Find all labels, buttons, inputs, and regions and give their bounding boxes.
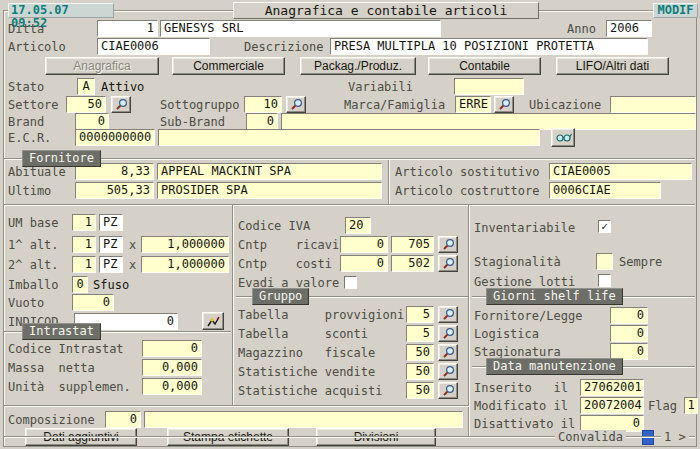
variabili-field[interactable] xyxy=(454,78,524,95)
tabella-sconti-lookup-button[interactable] xyxy=(438,325,458,342)
um-alt2-qty-field[interactable]: 1 xyxy=(72,256,96,273)
tab-packag-produz[interactable]: Packag./Produz. xyxy=(300,57,416,75)
inventariabile-checkbox[interactable]: ✓ xyxy=(598,220,611,233)
sottogruppo-label: Sottogruppo xyxy=(160,98,239,113)
stagionalita-field[interactable] xyxy=(596,253,613,270)
articolo-costruttore-field[interactable]: 0006CIAE xyxy=(549,182,661,199)
flag-label: Flag xyxy=(648,399,677,414)
sub-brand-desc-field[interactable] xyxy=(281,113,696,130)
evadi-a-valore-checkbox[interactable] xyxy=(344,276,357,289)
unita-supplem-field[interactable]: 0,000 xyxy=(142,378,202,395)
ultimo-name-field[interactable]: PROSIDER SPA xyxy=(157,182,382,199)
settore-field[interactable]: 50 xyxy=(66,96,106,113)
magnifier-icon xyxy=(115,98,128,111)
ubicazione-label: Ubicazione xyxy=(529,98,601,113)
sottogruppo-field[interactable]: 10 xyxy=(244,96,282,113)
cntp-costi-field-2[interactable]: 502 xyxy=(391,255,434,272)
massa-netta-field[interactable]: 0,000 xyxy=(142,359,202,376)
sub-brand-field[interactable]: 0 xyxy=(246,113,278,130)
codice-intrastat-field[interactable]: 0 xyxy=(142,340,202,357)
brand-label: Brand xyxy=(8,115,44,130)
composizione-code-field[interactable]: 0 xyxy=(105,411,141,428)
um-alt2-x-label: x xyxy=(129,258,136,273)
abituale-name-field[interactable]: APPEAL MACKINT SPA xyxy=(157,163,382,180)
cntp-ricavi-lookup-button[interactable] xyxy=(438,236,458,253)
flag-field[interactable]: 1 xyxy=(684,397,698,414)
variabili-label: Variabili xyxy=(348,80,413,95)
tab-lifo-altri-dati[interactable]: LIFO/Altri dati xyxy=(556,57,669,75)
articolo-sostitutivo-field[interactable]: CIAE0005 xyxy=(549,163,692,180)
statistiche-vendite-lookup-button[interactable] xyxy=(438,363,458,380)
tabella-provvigioni-field[interactable]: 5 xyxy=(406,306,434,323)
divisioni-button[interactable]: Divisioni xyxy=(316,428,436,446)
brand-field[interactable]: 0 xyxy=(75,113,109,130)
descrizione-label: Descrizione xyxy=(244,40,323,55)
articolo-code-field[interactable]: CIAE0006 xyxy=(97,38,210,55)
statistiche-acquisti-label: Statistiche acquisti xyxy=(238,384,383,399)
ultimo-code-field[interactable]: 505,33 xyxy=(75,182,154,199)
um-alt1-factor-field[interactable]: 1,000000 xyxy=(141,236,229,253)
ecr-code-field[interactable]: 0000000000 xyxy=(75,129,155,146)
logistica-label: Logistica xyxy=(474,327,539,342)
gestione-lotti-checkbox[interactable] xyxy=(598,274,611,287)
tab-anagrafica[interactable]: Anagrafica xyxy=(45,57,159,75)
cntp-costi-field-1[interactable]: 0 xyxy=(340,255,388,272)
um-alt2-factor-field[interactable]: 1,000000 xyxy=(141,256,229,273)
composizione-desc-field[interactable] xyxy=(144,411,463,428)
settore-lookup-button[interactable] xyxy=(111,96,131,113)
divider xyxy=(388,160,389,204)
glasses-icon xyxy=(555,132,572,143)
tabella-sconti-field[interactable]: 5 xyxy=(406,325,434,342)
inserito-il-field[interactable]: 27062001 xyxy=(580,379,644,396)
um-base-um-field[interactable]: PZ xyxy=(99,214,123,231)
cntp-ricavi-field-1[interactable]: 0 xyxy=(340,236,388,253)
stato-field[interactable]: A xyxy=(77,78,95,95)
ubicazione-field[interactable] xyxy=(610,96,696,113)
tabella-provvigioni-lookup-button[interactable] xyxy=(438,306,458,323)
magazzino-fiscale-lookup-button[interactable] xyxy=(438,344,458,361)
fornitore-legge-label: Fornitore/Legge xyxy=(474,309,582,324)
tab-commerciale[interactable]: Commerciale xyxy=(172,57,285,75)
ultimo-label: Ultimo xyxy=(8,184,51,199)
modificato-il-field[interactable]: 20072004 xyxy=(580,397,644,414)
cntp-ricavi-field-2[interactable]: 705 xyxy=(391,236,434,253)
marca-lookup-button[interactable] xyxy=(494,96,514,113)
indicod-edit-button[interactable] xyxy=(202,312,224,330)
descrizione-field[interactable]: PRESA MULTIPLA 10 POSIZIONI PROTETTA xyxy=(330,38,648,55)
application-window: 17.05.07 09:52 Anagrafica e contabile ar… xyxy=(0,0,700,449)
inventariabile-label: Inventariabile xyxy=(474,221,575,236)
convalida-label: Convalida xyxy=(555,430,626,445)
statistiche-vendite-label: Statistiche vendite xyxy=(238,365,375,380)
stampa-etichette-button[interactable]: Stampa etichette xyxy=(167,428,289,446)
statistiche-acquisti-field[interactable]: 50 xyxy=(406,382,434,399)
timestamp: 17.05.07 09:52 xyxy=(8,3,114,18)
sottogruppo-lookup-button[interactable] xyxy=(286,96,306,113)
cntp-costi-lookup-button[interactable] xyxy=(438,255,458,272)
um-alt1-qty-field[interactable]: 1 xyxy=(72,236,96,253)
statistiche-acquisti-lookup-button[interactable] xyxy=(438,382,458,399)
imballo-code-field[interactable]: 0 xyxy=(72,276,88,293)
marca-famiglia-field[interactable]: ERRE xyxy=(455,96,491,113)
magazzino-fiscale-field[interactable]: 50 xyxy=(406,344,434,361)
um-alt2-label: 2^ alt. xyxy=(8,258,59,273)
vuoto-field[interactable]: 0 xyxy=(72,294,114,311)
magnifier-icon xyxy=(442,308,455,321)
logistica-field[interactable]: 0 xyxy=(610,325,648,342)
magnifier-icon xyxy=(442,384,455,397)
statistiche-vendite-field[interactable]: 50 xyxy=(406,363,434,380)
fornitore-legge-field[interactable]: 0 xyxy=(610,307,648,324)
ecr-desc-field[interactable] xyxy=(158,129,540,146)
um-alt1-um-field[interactable]: PZ xyxy=(99,236,123,253)
um-alt2-um-field[interactable]: PZ xyxy=(99,256,123,273)
um-base-qty-field[interactable]: 1 xyxy=(72,214,96,231)
anno-field[interactable]: 2006 xyxy=(606,20,652,37)
cntp-ricavi-label: Cntp ricavi xyxy=(238,238,339,253)
ditta-code-field[interactable]: 1 xyxy=(97,20,158,37)
ditta-name-field[interactable]: GENESYS SRL xyxy=(160,20,441,37)
dati-aggiuntivi-button[interactable]: Dati aggiuntivi xyxy=(25,428,137,446)
ecr-view-button[interactable] xyxy=(551,128,575,147)
tabella-provvigioni-label: Tabella provvigioni xyxy=(238,308,404,323)
codice-iva-field[interactable]: 20 xyxy=(345,217,371,234)
tab-contabile[interactable]: Contabile xyxy=(428,57,541,75)
inserito-il-label: Inserito il xyxy=(474,381,568,396)
